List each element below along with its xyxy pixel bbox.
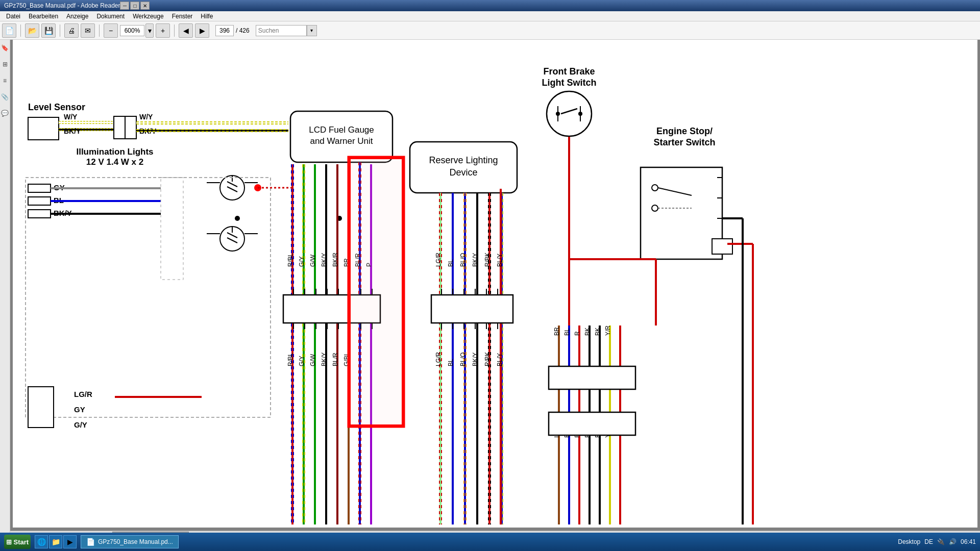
svg-text:12 V 1.4 W x 2: 12 V 1.4 W x 2 (86, 157, 143, 167)
svg-point-67 (652, 205, 658, 211)
svg-text:BK/Y: BK/Y (321, 353, 328, 366)
svg-point-24 (220, 176, 244, 200)
svg-text:R/BK: R/BK (484, 253, 491, 267)
menu-datei[interactable]: Datei (2, 12, 24, 21)
svg-rect-11 (125, 116, 136, 139)
sidebar-comment-icon[interactable]: 💬 (1, 109, 9, 117)
search-button[interactable]: ▾ (307, 25, 317, 36)
menu-anzeige[interactable]: Anzeige (62, 12, 92, 21)
svg-text:R: R (574, 433, 581, 438)
svg-text:G/Y: G/Y (298, 256, 305, 267)
svg-rect-127 (431, 295, 513, 323)
svg-text:BL: BL (54, 196, 64, 205)
svg-text:BR: BR (553, 327, 560, 336)
svg-text:BK/Y: BK/Y (321, 253, 328, 267)
svg-text:Starter Switch: Starter Switch (653, 137, 715, 147)
page-input[interactable] (215, 25, 234, 36)
search-input[interactable] (256, 25, 307, 36)
menu-bearbeiten[interactable]: Bearbeiten (24, 12, 62, 21)
menu-fenster[interactable]: Fenster (168, 12, 197, 21)
svg-text:GY: GY (54, 183, 65, 192)
zoom-out-button[interactable]: − (104, 23, 118, 38)
svg-point-37 (235, 216, 240, 221)
svg-rect-185 (349, 157, 404, 427)
svg-text:Illumination Lights: Illumination Lights (76, 147, 153, 157)
menu-dokument[interactable]: Dokument (92, 12, 129, 21)
svg-text:LCD Fuel Gauge: LCD Fuel Gauge (309, 125, 374, 135)
svg-rect-41 (28, 210, 51, 218)
new-button[interactable]: 📄 (2, 23, 16, 38)
menu-werkzeuge[interactable]: Werkzeuge (129, 12, 167, 21)
taskbar-ie-icon[interactable]: 🌐 (35, 535, 48, 548)
svg-text:BK/R: BK/R (332, 253, 339, 267)
tray-lang: DE (924, 538, 933, 545)
taskbar-adobe-button[interactable]: 📄 GPz750_Base Manual.pd... (81, 535, 179, 548)
svg-text:G/W: G/W (309, 354, 316, 366)
sidebar-nav-icon[interactable]: 🔖 (1, 44, 9, 52)
svg-text:BL/Y: BL/Y (496, 254, 503, 267)
selection-highlight (349, 157, 404, 427)
maximize-button[interactable]: □ (130, 2, 139, 10)
save-button[interactable]: 💾 (41, 23, 56, 38)
close-button[interactable]: ✕ (140, 2, 150, 10)
svg-text:LG/R: LG/R (74, 390, 92, 398)
svg-text:BL: BL (564, 430, 571, 438)
taskbar-explorer-icon[interactable]: 📁 (49, 535, 62, 548)
main-area: 🔖 ⊞ ≡ 📎 💬 Level Sensor (0, 40, 980, 538)
prev-page-button[interactable]: ◀ (179, 23, 193, 38)
sidebar-layers-icon[interactable]: ≡ (1, 77, 9, 85)
print-button[interactable]: 🖨 (64, 23, 79, 38)
minimize-button[interactable]: ─ (120, 2, 129, 10)
svg-text:R/BL: R/BL (287, 253, 294, 267)
svg-rect-10 (114, 116, 125, 139)
svg-line-60 (561, 109, 577, 114)
email-button[interactable]: ✉ (81, 23, 95, 38)
svg-point-62 (578, 112, 582, 116)
svg-text:G/BL: G/BL (343, 352, 350, 366)
svg-point-30 (220, 227, 244, 251)
svg-text:BK/Y: BK/Y (64, 127, 81, 135)
svg-text:Light Switch: Light Switch (542, 78, 597, 88)
pdf-area[interactable]: Level Sensor W/Y BK/Y (10, 40, 980, 538)
svg-point-38 (337, 216, 342, 221)
svg-point-66 (652, 185, 658, 191)
sep3 (99, 24, 100, 37)
svg-text:BL/R: BL/R (354, 253, 361, 267)
search-box: ▾ (256, 25, 317, 36)
svg-text:W/Y: W/Y (139, 113, 153, 121)
svg-text:BK/Y: BK/Y (54, 209, 72, 217)
svg-text:BL/O: BL/O (459, 353, 467, 366)
svg-rect-179 (549, 412, 635, 435)
menu-hilfe[interactable]: Hilfe (197, 12, 217, 21)
open-button[interactable]: 📂 (25, 23, 39, 38)
sidebar-attach-icon[interactable]: 📎 (1, 93, 9, 101)
svg-text:BK/Y: BK/Y (472, 253, 479, 267)
svg-text:BR: BR (343, 258, 350, 267)
start-button[interactable]: ⊞ Start (4, 535, 31, 549)
svg-text:G/W: G/W (309, 254, 316, 267)
zoom-input[interactable]: 600% (120, 25, 144, 36)
svg-point-57 (547, 91, 592, 136)
svg-rect-39 (28, 184, 51, 192)
sep4 (174, 24, 175, 37)
sidebar-thumbs-icon[interactable]: ⊞ (1, 60, 9, 68)
page-control: / 426 (215, 25, 250, 36)
svg-rect-73 (712, 239, 732, 254)
svg-text:Y/R: Y/R (604, 428, 611, 438)
svg-text:BK: BK (594, 328, 601, 336)
windows-taskbar: ⊞ Start 🌐 📁 ▶ 📄 GPz750_Base Manual.pd...… (0, 533, 980, 551)
menubar: Datei Bearbeiten Anzeige Dokument Werkze… (0, 11, 980, 21)
zoom-in-button[interactable]: + (156, 23, 170, 38)
svg-rect-45 (26, 178, 271, 417)
titlebar-title: GPz750_Base Manual.pdf - Adobe Reader (4, 2, 120, 9)
next-page-button[interactable]: ▶ (195, 23, 209, 38)
svg-text:LG/R: LG/R (435, 253, 442, 267)
taskbar-adobe-label: GPz750_Base Manual.pd... (98, 538, 173, 545)
taskbar-media-icon[interactable]: ▶ (63, 535, 77, 548)
tray-network-icon: 🔌 (937, 538, 945, 545)
svg-text:R/BK: R/BK (484, 352, 491, 366)
svg-text:BK: BK (584, 328, 591, 336)
zoom-dropdown[interactable]: ▾ (145, 23, 154, 38)
svg-text:G/Y: G/Y (298, 356, 305, 366)
svg-text:G/Y: G/Y (74, 420, 87, 429)
